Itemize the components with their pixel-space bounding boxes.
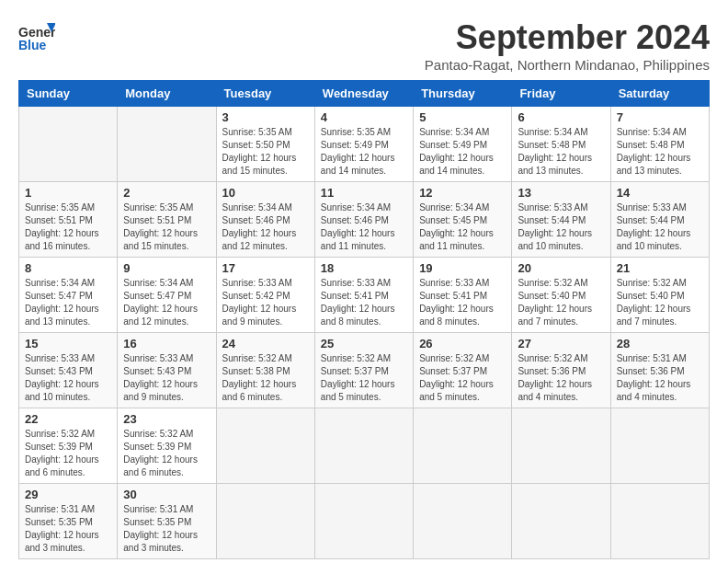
day-info: Sunrise: 5:31 AMSunset: 5:35 PMDaylight:… bbox=[25, 503, 111, 555]
calendar-cell: 9Sunrise: 5:34 AMSunset: 5:47 PMDaylight… bbox=[118, 258, 216, 333]
calendar-cell: 11Sunrise: 5:34 AMSunset: 5:46 PMDayligh… bbox=[314, 182, 413, 258]
calendar-cell: 15Sunrise: 5:33 AMSunset: 5:43 PMDayligh… bbox=[19, 333, 118, 408]
calendar-cell: 30Sunrise: 5:31 AMSunset: 5:35 PMDayligh… bbox=[118, 484, 216, 559]
logo-icon: General Blue bbox=[18, 18, 55, 55]
calendar-cell bbox=[314, 408, 413, 484]
day-info: Sunrise: 5:31 AMSunset: 5:35 PMDaylight:… bbox=[123, 503, 210, 555]
calendar-week-row: 1Sunrise: 5:35 AMSunset: 5:51 PMDaylight… bbox=[19, 182, 710, 258]
calendar-header-sunday: Sunday bbox=[19, 81, 118, 107]
calendar-header-friday: Friday bbox=[512, 81, 610, 107]
calendar-header-wednesday: Wednesday bbox=[314, 81, 413, 107]
calendar-cell bbox=[216, 408, 314, 484]
calendar-cell: 29Sunrise: 5:31 AMSunset: 5:35 PMDayligh… bbox=[19, 484, 118, 559]
svg-text:Blue: Blue bbox=[18, 38, 47, 52]
day-info: Sunrise: 5:33 AMSunset: 5:41 PMDaylight:… bbox=[419, 277, 506, 328]
calendar-cell: 24Sunrise: 5:32 AMSunset: 5:38 PMDayligh… bbox=[216, 333, 314, 408]
day-number: 10 bbox=[222, 186, 309, 200]
day-number: 23 bbox=[123, 412, 210, 426]
day-info: Sunrise: 5:35 AMSunset: 5:50 PMDaylight:… bbox=[222, 126, 309, 178]
calendar-cell bbox=[512, 408, 610, 484]
day-number: 3 bbox=[222, 110, 309, 124]
day-number: 13 bbox=[518, 186, 604, 200]
calendar-cell: 19Sunrise: 5:33 AMSunset: 5:41 PMDayligh… bbox=[414, 258, 512, 333]
calendar-cell bbox=[19, 107, 118, 182]
day-number: 11 bbox=[321, 186, 407, 200]
day-info: Sunrise: 5:32 AMSunset: 5:40 PMDaylight:… bbox=[617, 277, 703, 328]
calendar-cell: 27Sunrise: 5:32 AMSunset: 5:36 PMDayligh… bbox=[512, 333, 610, 408]
calendar-header-monday: Monday bbox=[118, 81, 216, 107]
calendar-cell: 26Sunrise: 5:32 AMSunset: 5:37 PMDayligh… bbox=[414, 333, 512, 408]
calendar-cell: 22Sunrise: 5:32 AMSunset: 5:39 PMDayligh… bbox=[19, 408, 118, 484]
day-number: 22 bbox=[25, 412, 111, 426]
calendar-cell: 17Sunrise: 5:33 AMSunset: 5:42 PMDayligh… bbox=[216, 258, 314, 333]
day-number: 12 bbox=[419, 186, 506, 200]
day-info: Sunrise: 5:32 AMSunset: 5:39 PMDaylight:… bbox=[123, 428, 210, 479]
day-number: 8 bbox=[25, 261, 111, 275]
calendar-cell: 20Sunrise: 5:32 AMSunset: 5:40 PMDayligh… bbox=[512, 258, 610, 333]
day-number: 20 bbox=[518, 261, 604, 275]
calendar-cell: 25Sunrise: 5:32 AMSunset: 5:37 PMDayligh… bbox=[314, 333, 413, 408]
page-container: General Blue September 2024 Pantao-Ragat… bbox=[18, 18, 710, 559]
calendar-cell: 14Sunrise: 5:33 AMSunset: 5:44 PMDayligh… bbox=[610, 182, 709, 258]
calendar-week-row: 22Sunrise: 5:32 AMSunset: 5:39 PMDayligh… bbox=[19, 408, 710, 484]
day-info: Sunrise: 5:33 AMSunset: 5:41 PMDaylight:… bbox=[321, 277, 407, 328]
day-number: 30 bbox=[123, 488, 210, 501]
calendar-cell: 3Sunrise: 5:35 AMSunset: 5:50 PMDaylight… bbox=[216, 107, 314, 182]
calendar-cell: 13Sunrise: 5:33 AMSunset: 5:44 PMDayligh… bbox=[512, 182, 610, 258]
day-info: Sunrise: 5:32 AMSunset: 5:39 PMDaylight:… bbox=[25, 428, 111, 479]
day-info: Sunrise: 5:31 AMSunset: 5:36 PMDaylight:… bbox=[617, 352, 703, 404]
calendar-cell: 4Sunrise: 5:35 AMSunset: 5:49 PMDaylight… bbox=[314, 107, 413, 182]
day-number: 5 bbox=[419, 110, 506, 124]
day-info: Sunrise: 5:33 AMSunset: 5:44 PMDaylight:… bbox=[518, 201, 604, 253]
day-number: 17 bbox=[222, 261, 309, 275]
title-area: September 2024 Pantao-Ragat, Northern Mi… bbox=[425, 18, 710, 73]
day-number: 25 bbox=[321, 337, 407, 350]
calendar-cell: 21Sunrise: 5:32 AMSunset: 5:40 PMDayligh… bbox=[610, 258, 709, 333]
day-number: 27 bbox=[518, 337, 604, 350]
day-info: Sunrise: 5:33 AMSunset: 5:43 PMDaylight:… bbox=[123, 352, 210, 404]
day-number: 2 bbox=[123, 186, 210, 200]
calendar-cell bbox=[512, 484, 610, 559]
calendar-cell: 18Sunrise: 5:33 AMSunset: 5:41 PMDayligh… bbox=[314, 258, 413, 333]
day-info: Sunrise: 5:35 AMSunset: 5:51 PMDaylight:… bbox=[123, 201, 210, 253]
calendar-cell bbox=[118, 107, 216, 182]
day-info: Sunrise: 5:34 AMSunset: 5:46 PMDaylight:… bbox=[321, 201, 407, 253]
calendar-cell bbox=[610, 408, 709, 484]
day-number: 24 bbox=[222, 337, 309, 350]
calendar-header-thursday: Thursday bbox=[414, 81, 512, 107]
calendar-header-tuesday: Tuesday bbox=[216, 81, 314, 107]
day-number: 18 bbox=[321, 261, 407, 275]
calendar-cell: 12Sunrise: 5:34 AMSunset: 5:45 PMDayligh… bbox=[414, 182, 512, 258]
day-number: 9 bbox=[123, 261, 210, 275]
calendar-cell: 5Sunrise: 5:34 AMSunset: 5:49 PMDaylight… bbox=[414, 107, 512, 182]
day-info: Sunrise: 5:33 AMSunset: 5:43 PMDaylight:… bbox=[25, 352, 111, 404]
day-info: Sunrise: 5:34 AMSunset: 5:45 PMDaylight:… bbox=[419, 201, 506, 253]
day-number: 26 bbox=[419, 337, 506, 350]
calendar-cell: 28Sunrise: 5:31 AMSunset: 5:36 PMDayligh… bbox=[610, 333, 709, 408]
calendar-cell: 1Sunrise: 5:35 AMSunset: 5:51 PMDaylight… bbox=[19, 182, 118, 258]
calendar-table: SundayMondayTuesdayWednesdayThursdayFrid… bbox=[18, 80, 710, 559]
day-number: 15 bbox=[25, 337, 111, 350]
calendar-week-row: 3Sunrise: 5:35 AMSunset: 5:50 PMDaylight… bbox=[19, 107, 710, 182]
calendar-week-row: 15Sunrise: 5:33 AMSunset: 5:43 PMDayligh… bbox=[19, 333, 710, 408]
day-number: 16 bbox=[123, 337, 210, 350]
day-info: Sunrise: 5:34 AMSunset: 5:48 PMDaylight:… bbox=[518, 126, 604, 178]
logo: General Blue bbox=[18, 18, 55, 55]
calendar-cell: 16Sunrise: 5:33 AMSunset: 5:43 PMDayligh… bbox=[118, 333, 216, 408]
day-number: 21 bbox=[617, 261, 703, 275]
calendar-cell: 10Sunrise: 5:34 AMSunset: 5:46 PMDayligh… bbox=[216, 182, 314, 258]
calendar-week-row: 8Sunrise: 5:34 AMSunset: 5:47 PMDaylight… bbox=[19, 258, 710, 333]
calendar-cell: 6Sunrise: 5:34 AMSunset: 5:48 PMDaylight… bbox=[512, 107, 610, 182]
calendar-week-row: 29Sunrise: 5:31 AMSunset: 5:35 PMDayligh… bbox=[19, 484, 710, 559]
calendar-cell: 7Sunrise: 5:34 AMSunset: 5:48 PMDaylight… bbox=[610, 107, 709, 182]
day-info: Sunrise: 5:32 AMSunset: 5:40 PMDaylight:… bbox=[518, 277, 604, 328]
calendar-cell bbox=[216, 484, 314, 559]
day-info: Sunrise: 5:35 AMSunset: 5:49 PMDaylight:… bbox=[321, 126, 407, 178]
calendar-cell bbox=[414, 408, 512, 484]
day-info: Sunrise: 5:32 AMSunset: 5:38 PMDaylight:… bbox=[222, 352, 309, 404]
calendar-header-row: SundayMondayTuesdayWednesdayThursdayFrid… bbox=[19, 81, 710, 107]
day-number: 19 bbox=[419, 261, 506, 275]
header: General Blue September 2024 Pantao-Ragat… bbox=[18, 18, 710, 73]
day-number: 4 bbox=[321, 110, 407, 124]
day-number: 28 bbox=[617, 337, 703, 350]
